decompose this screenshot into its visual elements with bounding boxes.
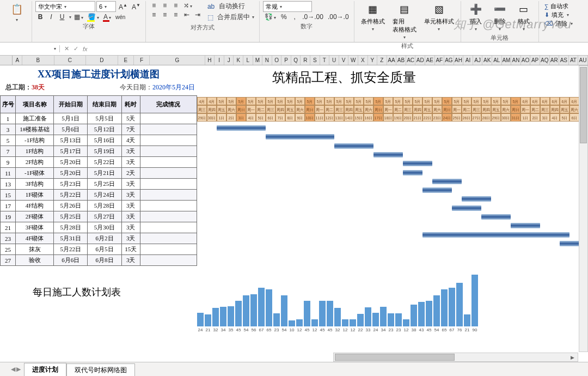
column-header[interactable]: O [272,56,282,65]
increase-indent-icon[interactable]: ⇥ [193,10,203,19]
italic-button[interactable]: I [46,13,56,21]
decrease-font-icon[interactable]: A▼ [130,2,142,11]
font-color-button[interactable]: A▾ [102,13,113,21]
column-header[interactable]: R [301,56,310,65]
increase-decimal-icon[interactable]: .0→.00 [301,13,325,21]
table-row[interactable]: 25抹灰5月22日6月5日15天 [1,244,197,255]
column-header[interactable]: AN [511,56,521,65]
merge-center-button[interactable]: ⬚ 合并后居中▾ [206,12,256,22]
column-header[interactable]: AD [415,56,425,65]
sheet-tab-other[interactable]: 双代号时标网络图 [66,363,135,377]
column-header[interactable]: Q [291,56,301,65]
column-header[interactable]: AJ [473,56,483,65]
table-row[interactable]: 92F结构5月20日5月22日3天 [1,157,197,168]
align-bottom-icon[interactable]: ≡ [171,1,181,10]
table-row[interactable]: 31#楼栋基础5月6日5月12日7天 [1,124,197,135]
column-header[interactable]: AP [530,56,540,65]
name-box[interactable]: ▾ [0,45,60,52]
align-center-icon[interactable]: ≡ [160,10,170,19]
table-row[interactable]: 71F结构5月17日5月19日3天 [1,146,197,157]
column-header[interactable]: N [262,56,272,65]
select-all-corner[interactable] [0,56,13,65]
schedule-table[interactable]: 序号项目名称开始日期结束日期耗时完成情况 1施工准备5月1日5月5日5天31#楼… [0,95,197,266]
column-header[interactable]: AR [550,56,560,65]
font-size-select[interactable]: 6▾ [96,1,116,12]
column-header[interactable]: E [118,56,134,65]
table-row[interactable]: 27验收6月6日6月8日3天 [1,255,197,266]
column-header[interactable]: AE [425,56,435,65]
phonetic-guide-button[interactable]: wén [114,14,127,21]
column-header[interactable]: H [205,56,215,65]
column-header[interactable]: W [348,56,358,65]
cancel-formula-icon[interactable]: ✕ [64,45,69,52]
column-header[interactable]: D [86,56,118,65]
column-header[interactable]: AC [406,56,416,65]
column-header[interactable]: T [320,56,330,65]
column-header[interactable]: AH [454,56,464,65]
column-header[interactable]: L [243,56,253,65]
paste-button[interactable]: 📋 ▾ [5,1,28,23]
column-header[interactable]: AA [387,56,397,65]
column-header[interactable]: B [22,56,54,65]
column-header[interactable]: J [224,56,234,65]
fx-icon[interactable]: fx [83,46,88,52]
table-row[interactable]: 1施工准备5月1日5月5日5天 [1,113,197,124]
table-row[interactable]: 192F砌体5月25日5月27日3天 [1,211,197,222]
column-header[interactable]: F [134,56,150,65]
conditional-format-button[interactable]: ▦ 条件格式▾ [358,1,388,33]
wrap-text-button[interactable]: ab 自动换行 [206,1,256,11]
increase-font-icon[interactable]: A▲ [117,2,129,11]
column-header[interactable]: X [358,56,368,65]
column-header[interactable]: C [54,56,87,65]
column-header[interactable]: V [339,56,349,65]
column-header[interactable]: A [13,56,22,65]
column-header[interactable]: AK [482,56,492,65]
vertical-scrollbar[interactable] [579,65,588,352]
underline-button[interactable]: U [57,13,67,21]
table-row[interactable]: 5-1F结构5月13日5月16日4天 [1,135,197,146]
border-button[interactable]: ▦▾ [72,13,85,21]
column-header[interactable]: K [234,56,243,65]
column-header[interactable]: AL [492,56,502,65]
column-header[interactable]: AF [435,56,445,65]
align-left-icon[interactable]: ≡ [149,10,159,19]
column-header[interactable]: AG [444,56,454,65]
number-format-select[interactable]: 常规▾ [263,1,312,12]
column-header[interactable]: Z [377,56,387,65]
column-header[interactable]: U [329,56,339,65]
column-header[interactable]: P [281,56,291,65]
formula-input[interactable] [92,48,588,50]
tab-nav-first-icon[interactable]: ◀ [11,366,15,373]
column-header[interactable]: AQ [540,56,550,65]
percent-button[interactable]: % [279,13,289,21]
table-row[interactable]: 151F砌体5月22日5月24日3天 [1,190,197,201]
table-style-button[interactable]: ▤ 套用 表格格式▾ [389,1,420,41]
column-header[interactable]: M [253,56,263,65]
column-header[interactable]: Y [368,56,378,65]
column-header[interactable]: AT [569,56,579,65]
sheet-tab-active[interactable]: 进度计划 [24,363,66,377]
column-header[interactable]: S [310,56,320,65]
column-header[interactable]: I [215,56,224,65]
decrease-indent-icon[interactable]: ⇤ [182,10,192,19]
column-header[interactable]: AU [578,56,588,65]
table-row[interactable]: 133F结构5月23日5月25日3天 [1,179,197,190]
table-row[interactable]: 11-1F砌体5月20日5月21日2天 [1,168,197,179]
column-header[interactable]: AM [502,56,512,65]
table-row[interactable]: 213F砌体5月28日5月30日3天 [1,222,197,233]
align-right-icon[interactable]: ≡ [171,10,181,19]
column-header[interactable]: AO [521,56,531,65]
autosum-button[interactable]: ∑自动求 [542,2,575,10]
column-header[interactable]: AS [559,56,569,65]
table-row[interactable]: 174F结构5月26日5月28日3天 [1,201,197,211]
font-name-select[interactable]: 华文中宋▾ [35,1,95,12]
align-middle-icon[interactable]: ≡ [160,1,170,10]
align-top-icon[interactable]: ≡ [149,1,159,10]
table-row[interactable]: 234F砌体5月31日6月2日3天 [1,233,197,244]
bold-button[interactable]: B [35,13,45,21]
cell-style-button[interactable]: ▧ 单元格样式▾ [421,1,457,33]
horizontal-scrollbar[interactable]: ◀ ▶ [333,353,578,362]
currency-button[interactable]: 💱▾ [263,13,278,21]
comma-button[interactable]: , [290,13,299,21]
column-header[interactable]: G [150,56,205,65]
